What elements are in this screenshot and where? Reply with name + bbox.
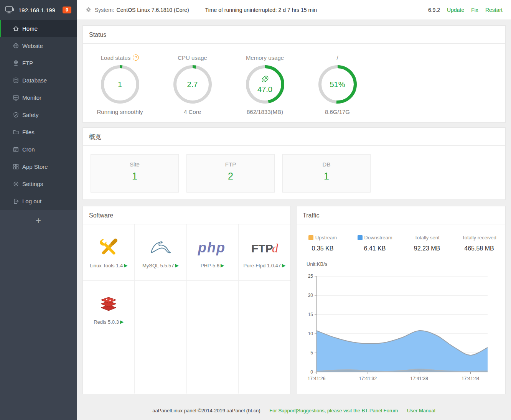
software-item-redis-5-0-3[interactable]: Redis 5.0.3▶	[83, 281, 135, 337]
linux-tools-icon[interactable]	[99, 237, 119, 259]
logout-icon	[13, 198, 19, 204]
gauge-load-status: Load status?1Running smoothly	[84, 53, 156, 115]
sidebar-item-ftp[interactable]: FTP	[0, 54, 77, 72]
service-running-icon[interactable]: ▶	[124, 263, 127, 268]
overview-card-db[interactable]: DB1	[282, 154, 371, 193]
svg-text:5: 5	[310, 350, 313, 356]
sidebar-item-cron[interactable]: Cron	[0, 141, 77, 158]
software-item-linux-tools-1-4[interactable]: Linux Tools 1.4▶	[83, 224, 135, 281]
mysql-icon[interactable]	[148, 237, 172, 259]
sidebar-item-label: FTP	[22, 60, 33, 66]
pure-ftpd-icon[interactable]: FTPd	[246, 237, 283, 259]
software-item-label: Pure-Ftpd 1.0.47	[243, 263, 281, 268]
uptime-text: Time of running uninterrupted: 2 d 7 hrs…	[205, 7, 317, 13]
software-item-label: PHP-5.6	[201, 263, 219, 268]
sidebar-item-log-out[interactable]: Log out	[0, 193, 77, 210]
sidebar-item-label: Safety	[22, 112, 39, 118]
software-item-label: Redis 5.0.3	[94, 319, 119, 325]
svg-text:17:41:26: 17:41:26	[308, 376, 326, 381]
php-icon[interactable]: php	[194, 237, 231, 259]
sidebar-item-database[interactable]: Database	[0, 72, 77, 89]
software-item-php-5-6[interactable]: phpPHP-5.6▶	[187, 224, 239, 281]
system-value: CentOS Linux 7.6.1810 (Core)	[117, 7, 189, 13]
svg-text:d: d	[272, 241, 279, 255]
sidebar-item-safety[interactable]: Safety	[0, 106, 77, 124]
gauge-ring: 51%	[318, 65, 357, 104]
overview-card-label: DB	[283, 161, 370, 168]
main-content: Status Load status?1Running smoothlyCPU …	[77, 20, 511, 420]
footer-manual-link[interactable]: User Manual	[407, 408, 435, 413]
traffic-chart: 051015202517:41:2617:41:3217:41:3817:41:…	[297, 269, 503, 387]
update-link[interactable]: Update	[447, 7, 464, 13]
sidebar-item-label: Monitor	[22, 94, 41, 101]
sidebar-item-monitor[interactable]: Monitor	[0, 89, 77, 106]
traffic-stat-upstream: Upstream0.35 KB	[297, 235, 349, 252]
service-running-icon[interactable]: ▶	[221, 263, 224, 268]
gauge-title: Load status	[101, 54, 131, 61]
topbar-right: 6.9.2 UpdateFixRestart	[428, 7, 503, 13]
service-running-icon[interactable]: ▶	[175, 263, 179, 268]
server-identity[interactable]: 192.168.1.199 0	[0, 0, 77, 20]
gauge-value: 47.0	[257, 85, 272, 94]
service-running-icon[interactable]: ▶	[282, 263, 285, 268]
svg-text:FTP: FTP	[251, 242, 273, 255]
overview-card-site[interactable]: Site1	[91, 154, 179, 193]
gauge-cpu-usage: CPU usage2.74 Core	[156, 53, 229, 115]
rocket-icon	[261, 75, 269, 85]
sidebar-item-files[interactable]: Files	[0, 124, 77, 141]
traffic-stat-label: Totally sent	[414, 235, 439, 240]
sidebar-item-app-store[interactable]: App Store	[0, 158, 77, 175]
footer-support-link[interactable]: For Support|Suggestions, please visit th…	[269, 408, 398, 413]
overview-card-ftp[interactable]: FTP2	[186, 154, 275, 193]
svg-text:17:41:38: 17:41:38	[410, 376, 428, 381]
software-item-label: MySQL 5.5.57	[142, 263, 174, 268]
overview-card-value: 1	[283, 171, 370, 182]
overview-panel-title: 概览	[83, 128, 505, 146]
sidebar: 192.168.1.199 0 HomeWebsiteFTPDatabaseMo…	[0, 0, 77, 420]
software-item-pure-ftpd-1-0-47[interactable]: FTPdPure-Ftpd 1.0.47▶	[239, 224, 290, 281]
add-shortcut-button[interactable]: +	[0, 213, 77, 228]
settings-icon	[13, 181, 19, 187]
overview-card-label: FTP	[187, 161, 274, 168]
restart-link[interactable]: Restart	[485, 7, 503, 13]
system-label: System:	[95, 7, 114, 13]
legend-swatch-icon	[308, 235, 313, 240]
traffic-stat-value: 465.58 MB	[453, 245, 505, 252]
svg-text:17:41:44: 17:41:44	[462, 376, 480, 381]
traffic-stat-totally-received: Totally received465.58 MB	[453, 235, 505, 252]
monitor-screen-icon	[5, 6, 15, 14]
software-item-mysql-5-5-57[interactable]: MySQL 5.5.57▶	[135, 224, 186, 281]
traffic-stat-totally-sent: Totally sent92.23 MB	[401, 235, 453, 252]
traffic-stat-downstream: Downstream6.41 KB	[349, 235, 401, 252]
svg-text:20: 20	[308, 293, 313, 298]
topbar: System: CentOS Linux 7.6.1810 (Core) Tim…	[77, 0, 511, 20]
sidebar-item-website[interactable]: Website	[0, 37, 77, 54]
service-running-icon[interactable]: ▶	[120, 320, 124, 324]
overview-panel: 概览 Site1FTP2DB1	[82, 127, 506, 200]
fix-link[interactable]: Fix	[471, 7, 478, 13]
gauge-ring: 1	[101, 65, 139, 104]
sidebar-item-settings[interactable]: Settings	[0, 175, 77, 193]
sidebar-item-label: Website	[22, 43, 43, 49]
gauge-ring: 47.0	[246, 65, 284, 104]
sidebar-item-label: Database	[22, 77, 47, 84]
software-item-label: Linux Tools 1.4	[90, 263, 123, 268]
gauge-sublabel: 8.6G/17G	[301, 109, 374, 115]
svg-text:0: 0	[310, 369, 313, 375]
legend-swatch-icon	[358, 235, 363, 240]
svg-text:php: php	[198, 240, 226, 255]
gauge-title: Memory usage	[246, 54, 284, 61]
traffic-stat-label: Totally received	[462, 235, 496, 240]
home-icon	[13, 25, 19, 32]
traffic-stat-label: Downstream	[364, 235, 392, 240]
sidebar-item-home[interactable]: Home	[0, 20, 77, 37]
sidebar-item-label: App Store	[22, 163, 48, 170]
gauge-ring: 2.7	[173, 65, 212, 104]
redis-icon[interactable]	[98, 293, 119, 315]
gauge-value: 51%	[330, 80, 345, 89]
message-count-badge[interactable]: 0	[63, 7, 71, 13]
server-ip: 192.168.1.199	[18, 7, 55, 13]
help-icon[interactable]: ?	[133, 54, 139, 61]
overview-card-value: 2	[187, 171, 274, 182]
safety-icon	[13, 112, 19, 118]
